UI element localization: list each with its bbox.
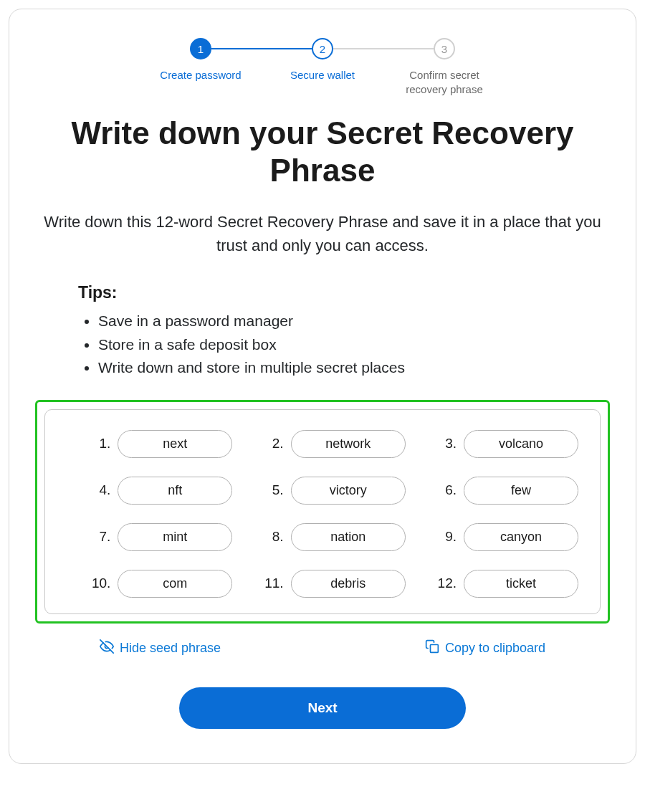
seed-word-number: 5. [267,482,284,498]
step-1: 1 Create password [140,38,262,82]
seed-word-number: 2. [267,436,284,452]
seed-word-chip: com [118,570,232,598]
seed-phrase-box: 1. next 2. network 3. volcano 4. nft 5. [44,409,601,614]
seed-word-5: 5. victory [239,477,405,505]
seed-word-chip: mint [118,523,232,551]
tips-section: Tips: Save in a password manager Store i… [78,283,567,380]
seed-word-number: 1. [93,436,110,452]
seed-word-number: 8. [267,529,284,545]
seed-word-chip: nation [291,523,406,551]
step-3-label: Confirm secret recovery phrase [383,68,505,97]
seed-word-1: 1. next [67,430,232,458]
tips-heading: Tips: [78,283,567,302]
seed-word-3: 3. volcano [413,430,578,458]
seed-word-chip: ticket [464,570,578,598]
page-subtitle: Write down this 12-word Secret Recovery … [35,210,610,257]
seed-word-number: 11. [264,575,283,591]
copy-icon [425,639,439,657]
onboarding-card: 1 Create password 2 Secure wallet 3 Conf… [9,9,636,764]
step-2-label: Secure wallet [286,68,359,82]
stepper: 1 Create password 2 Secure wallet 3 Conf… [35,38,610,97]
seed-word-2: 2. network [239,430,405,458]
seed-word-number: 7. [93,529,110,545]
step-3-circle: 3 [434,38,455,59]
seed-word-number: 3. [439,436,457,452]
next-button[interactable]: Next [179,687,466,729]
step-2: 2 Secure wallet [262,38,383,82]
step-1-label: Create password [156,68,245,82]
tips-list: Save in a password manager Store in a sa… [78,310,567,380]
hide-seed-phrase-label: Hide seed phrase [120,641,221,656]
seed-phrase-grid: 1. next 2. network 3. volcano 4. nft 5. [67,430,578,598]
tip-item: Store in a safe deposit box [98,333,567,357]
actions-row: Hide seed phrase Copy to clipboard [35,639,610,657]
seed-word-chip: volcano [464,430,578,458]
seed-word-4: 4. nft [67,477,232,505]
seed-word-chip: debris [291,570,406,598]
eye-off-icon [100,639,114,657]
seed-word-12: 12. ticket [413,570,578,598]
seed-word-10: 10. com [67,570,232,598]
connector-1-2 [211,48,312,49]
seed-word-number: 12. [438,575,457,591]
phrase-highlight-box: 1. next 2. network 3. volcano 4. nft 5. [35,400,610,624]
seed-word-number: 4. [93,482,110,498]
seed-word-6: 6. few [413,477,578,505]
seed-word-chip: nft [118,477,232,505]
tip-item: Write down and store in multiple secret … [98,356,567,380]
seed-word-number: 6. [439,482,457,498]
seed-word-chip: few [464,477,578,505]
seed-word-number: 10. [92,575,110,591]
copy-to-clipboard-label: Copy to clipboard [445,641,545,656]
seed-word-chip: next [118,430,232,458]
step-3: 3 Confirm secret recovery phrase [383,38,505,97]
step-2-circle: 2 [312,38,333,59]
page-title: Write down your Secret Recovery Phrase [35,115,610,191]
seed-word-8: 8. nation [239,523,405,551]
tip-item: Save in a password manager [98,310,567,333]
seed-word-chip: network [291,430,406,458]
svg-rect-0 [430,644,438,652]
seed-word-7: 7. mint [67,523,232,551]
step-1-circle: 1 [190,38,211,59]
seed-word-chip: victory [291,477,406,505]
copy-to-clipboard-button[interactable]: Copy to clipboard [425,639,545,657]
seed-word-number: 9. [439,529,457,545]
connector-2-3 [333,48,434,49]
seed-word-chip: canyon [464,523,578,551]
seed-word-9: 9. canyon [413,523,578,551]
hide-seed-phrase-button[interactable]: Hide seed phrase [100,639,221,657]
seed-word-11: 11. debris [239,570,405,598]
